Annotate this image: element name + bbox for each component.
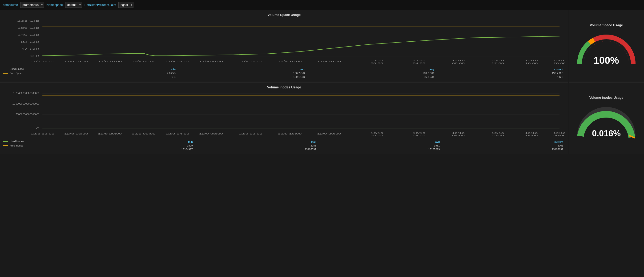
stat-min-header: min [72,67,178,71]
free-space-label: Free Space [10,72,23,74]
svg-text:12/10: 12/10 [553,59,565,62]
svg-text:12/8 16:00: 12/8 16:00 [64,60,88,62]
svg-text:20:00: 20:00 [553,134,565,137]
volume-inodes-svg: 15000000 10000000 5000000 0 12/8 12:00 1… [3,91,565,138]
namespace-select[interactable]: default [65,2,82,8]
stat-max-header: max [178,67,307,71]
stat-row-free-inodes: 13104917 13105391 13105219 13105139 [41,147,565,151]
datasource-label: datasource [3,3,18,6]
used-inodes-min: 1809 [71,144,195,147]
svg-text:04:00: 04:00 [412,134,425,137]
inodes-stat-max-header: max [195,140,318,144]
datasource-select[interactable]: prometheus [20,2,44,8]
svg-text:12/9 20:00: 12/9 20:00 [317,133,341,135]
stat-row-free-space: 0 B 189.1 GiB 86.8 GiB 4 KiB [41,75,565,79]
namespace-select-wrapper[interactable]: default [65,2,82,8]
pvc-select[interactable]: pgsql [118,2,134,8]
used-space-avg: 110.0 GiB [307,71,436,75]
used-space-current: 196.7 GiB [436,71,565,75]
used-inodes-label: Used inodes [10,140,24,143]
free-space-max: 189.1 GiB [178,75,307,79]
svg-text:08:00: 08:00 [452,62,465,64]
svg-text:12/10: 12/10 [525,59,538,62]
free-inodes-min: 13104917 [71,147,195,151]
legend-used-space: Used Space [3,67,41,70]
free-space-line-icon [3,73,8,74]
volume-space-svg: 233 GiB 186 GiB 140 GiB 93 GiB 47 GiB 0 … [3,18,565,66]
svg-text:12/9 12:00: 12/9 12:00 [238,60,262,62]
used-inodes-avg: 1981 [318,144,442,147]
svg-text:12/10: 12/10 [492,59,504,62]
stat-row-used-inodes: 1809 2283 1981 2061 [41,144,565,147]
svg-text:15000000: 15000000 [12,92,40,94]
volume-space-title: Volume Space Usage [3,13,565,17]
volume-inodes-gauge-title: Volume inodes Usage [573,96,640,99]
svg-text:12:00: 12:00 [492,134,504,137]
volume-inodes-gauge: 0.016% [576,103,637,141]
pvc-select-wrapper[interactable]: pgsql [118,2,134,8]
svg-text:12/10: 12/10 [525,132,538,134]
svg-text:12/9 04:00: 12/9 04:00 [166,133,190,135]
svg-text:12/10: 12/10 [492,132,504,134]
svg-text:140 GiB: 140 GiB [17,33,40,36]
svg-text:12/10: 12/10 [452,59,465,62]
volume-inodes-title: Volume inodes Usage [3,85,565,89]
svg-text:12/8 12:00: 12/8 12:00 [30,60,54,62]
svg-text:186 GiB: 186 GiB [17,26,40,29]
svg-text:12/10: 12/10 [452,132,465,134]
free-space-min: 0 B [72,75,178,79]
volume-space-gauge-value: 100% [576,55,637,66]
svg-text:0: 0 [36,127,40,130]
used-inodes-current: 2061 [442,144,565,147]
legend-free-inodes: Free inodes [3,144,41,147]
svg-text:233 GiB: 233 GiB [17,19,40,22]
volume-space-gauge-panel: Volume Space Usage 100% [569,10,644,82]
inodes-stat-avg-header: avg [318,140,442,144]
volume-space-gauge-title: Volume Space Usage [573,23,640,27]
volume-space-chart-panel: Volume Space Usage 233 GiB 186 GiB 140 G… [0,10,568,82]
svg-text:12/8 16:00: 12/8 16:00 [64,133,88,135]
svg-text:12/10: 12/10 [370,132,383,134]
svg-text:08:00: 08:00 [452,134,465,137]
free-inodes-label: Free inodes [10,144,23,147]
svg-text:12/9 04:00: 12/9 04:00 [166,60,190,62]
svg-text:12/9 12:00: 12/9 12:00 [238,133,262,135]
svg-text:12/9 00:00: 12/9 00:00 [132,60,156,62]
svg-text:0 B: 0 B [30,54,40,57]
svg-text:00:00: 00:00 [370,134,383,137]
volume-inodes-legend: Used inodes Free inodes [3,140,41,148]
stat-row-used-space: 7.6 GiB 196.7 GiB 110.0 GiB 196.7 GiB [41,71,565,75]
svg-text:12/10: 12/10 [412,132,425,134]
datasource-select-wrapper[interactable]: prometheus [20,2,44,8]
free-space-avg: 86.8 GiB [307,75,436,79]
svg-text:12/10: 12/10 [370,59,383,62]
svg-text:04:00: 04:00 [412,62,425,64]
svg-text:16:00: 16:00 [525,62,538,64]
svg-text:12/8 20:00: 12/8 20:00 [98,133,122,135]
pvc-label: PersistentVolumeClaim [84,3,116,6]
free-space-current: 4 KiB [436,75,565,79]
svg-text:16:00: 16:00 [525,134,538,137]
svg-text:12/8 12:00: 12/8 12:00 [30,133,54,135]
main-grid: Volume Space Usage 233 GiB 186 GiB 140 G… [0,10,644,154]
svg-text:12/8 20:00: 12/8 20:00 [98,60,122,62]
volume-space-legend: Used Space Free Space [3,67,41,76]
svg-text:47 GiB: 47 GiB [21,47,40,50]
legend-used-inodes: Used inodes [3,140,41,143]
svg-text:12/10: 12/10 [553,132,565,134]
namespace-label: Namespace [46,3,62,6]
inodes-stat-min-header: min [71,140,195,144]
svg-text:93 GiB: 93 GiB [21,40,40,43]
used-space-max: 196.7 GiB [178,71,307,75]
svg-text:12/9 16:00: 12/9 16:00 [278,60,302,62]
svg-text:12/9 16:00: 12/9 16:00 [278,133,302,135]
volume-inodes-chart: 15000000 10000000 5000000 0 12/8 12:00 1… [3,91,565,138]
toolbar: datasource prometheus Namespace default … [0,0,644,10]
svg-text:5000000: 5000000 [16,113,40,116]
volume-inodes-chart-panel: Volume inodes Usage 15000000 10000000 50… [0,82,568,154]
svg-text:12/9 08:00: 12/9 08:00 [199,60,223,62]
stat-avg-header: avg [307,67,436,71]
used-space-label: Used Space [10,67,24,70]
volume-inodes-gauge-value: 0.016% [576,129,637,138]
free-inodes-current: 13105139 [442,147,565,151]
